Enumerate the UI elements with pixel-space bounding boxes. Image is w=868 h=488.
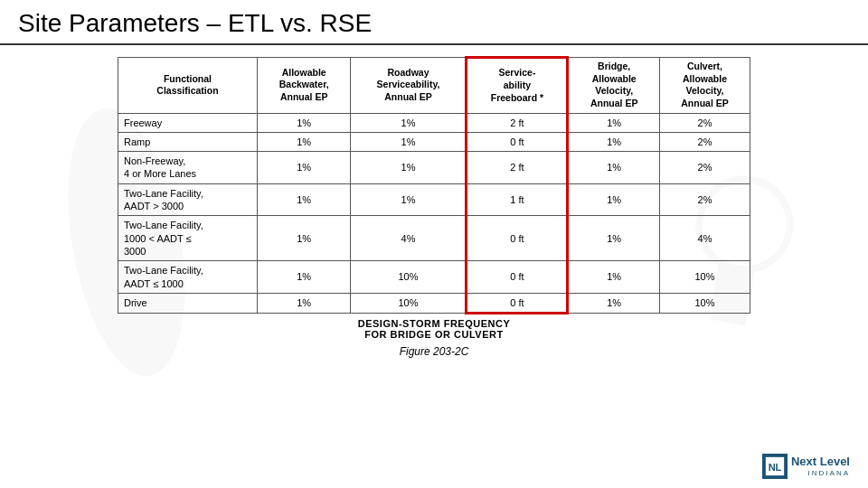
- col-header-bridge: Bridge,AllowableVelocity,Annual EP: [568, 58, 660, 114]
- table-row: Freeway 1% 1% 2 ft 1% 2%: [118, 113, 750, 132]
- svg-text:NL: NL: [769, 462, 782, 473]
- cell-serviceability: 1 ft: [467, 183, 568, 216]
- cell-roadway: 4%: [351, 216, 467, 261]
- cell-culvert: 4%: [659, 216, 750, 261]
- content-area: FunctionalClassification AllowableBackwa…: [0, 52, 868, 358]
- cell-functional: Two-Lane Facility,AADT ≤ 1000: [118, 261, 258, 294]
- cell-serviceability: 2 ft: [467, 152, 568, 184]
- cell-culvert: 10%: [659, 293, 750, 313]
- logo-area: NL Next Level INDIANA: [762, 454, 850, 479]
- cell-serviceability: 0 ft: [467, 132, 568, 151]
- cell-bridge: 1%: [568, 261, 660, 294]
- cell-bridge: 1%: [568, 293, 660, 313]
- logo-icon: NL: [762, 454, 788, 479]
- table-row: Two-Lane Facility,1000 < AADT ≤3000 1% 4…: [118, 216, 750, 261]
- cell-backwater: 1%: [257, 152, 351, 184]
- cell-backwater: 1%: [257, 293, 351, 313]
- parameters-table: FunctionalClassification AllowableBackwa…: [118, 56, 750, 314]
- cell-functional: Ramp: [118, 132, 258, 151]
- col-header-culvert: Culvert,AllowableVelocity,Annual EP: [659, 58, 750, 114]
- cell-culvert: 2%: [659, 152, 750, 184]
- cell-bridge: 1%: [568, 183, 660, 216]
- logo-state: INDIANA: [791, 469, 850, 477]
- cell-culvert: 2%: [659, 183, 750, 216]
- cell-backwater: 1%: [257, 113, 351, 132]
- cell-roadway: 10%: [351, 293, 467, 313]
- cell-serviceability: 0 ft: [467, 293, 568, 313]
- cell-roadway: 10%: [351, 261, 467, 294]
- table-header-row: FunctionalClassification AllowableBackwa…: [118, 58, 750, 114]
- cell-serviceability: 2 ft: [467, 113, 568, 132]
- cell-functional: Freeway: [118, 113, 258, 132]
- cell-functional: Two-Lane Facility,1000 < AADT ≤3000: [118, 216, 258, 261]
- cell-roadway: 1%: [351, 132, 467, 151]
- table-row: Two-Lane Facility,AADT ≤ 1000 1% 10% 0 f…: [118, 261, 750, 294]
- cell-roadway: 1%: [351, 183, 467, 216]
- col-header-backwater: AllowableBackwater,Annual EP: [257, 58, 351, 114]
- cell-culvert: 2%: [659, 132, 750, 151]
- cell-functional: Drive: [118, 293, 258, 313]
- cell-backwater: 1%: [257, 261, 351, 294]
- cell-serviceability: 0 ft: [467, 261, 568, 294]
- table-row: Non-Freeway,4 or More Lanes 1% 1% 2 ft 1…: [118, 152, 750, 184]
- cell-backwater: 1%: [257, 216, 351, 261]
- logo-text-block: Next Level INDIANA: [791, 455, 850, 476]
- logo-box: NL Next Level INDIANA: [762, 454, 850, 479]
- table-row: Drive 1% 10% 0 ft 1% 10%: [118, 293, 750, 313]
- cell-bridge: 1%: [568, 216, 660, 261]
- logo-name: Next Level: [791, 455, 850, 468]
- cell-culvert: 2%: [659, 113, 750, 132]
- cell-functional: Two-Lane Facility,AADT > 3000: [118, 183, 258, 216]
- table-row: Two-Lane Facility,AADT > 3000 1% 1% 1 ft…: [118, 183, 750, 216]
- cell-bridge: 1%: [568, 152, 660, 184]
- page-title: Site Parameters – ETL vs. RSE: [0, 0, 868, 45]
- cell-serviceability: 0 ft: [467, 216, 568, 261]
- cell-functional: Non-Freeway,4 or More Lanes: [118, 152, 258, 184]
- cell-bridge: 1%: [568, 113, 660, 132]
- design-storm-label: DESIGN-STORM FREQUENCY FOR BRIDGE OR CUL…: [358, 318, 510, 340]
- cell-culvert: 10%: [659, 261, 750, 294]
- cell-backwater: 1%: [257, 183, 351, 216]
- cell-roadway: 1%: [351, 113, 467, 132]
- table-row: Ramp 1% 1% 0 ft 1% 2%: [118, 132, 750, 151]
- col-header-functional: FunctionalClassification: [118, 58, 258, 114]
- figure-label: Figure 203-2C: [400, 345, 469, 358]
- cell-bridge: 1%: [568, 132, 660, 151]
- cell-backwater: 1%: [257, 132, 351, 151]
- col-header-serviceability: Service-abilityFreeboard *: [467, 58, 568, 114]
- col-header-roadway: RoadwayServiceability,Annual EP: [351, 58, 467, 114]
- cell-roadway: 1%: [351, 152, 467, 184]
